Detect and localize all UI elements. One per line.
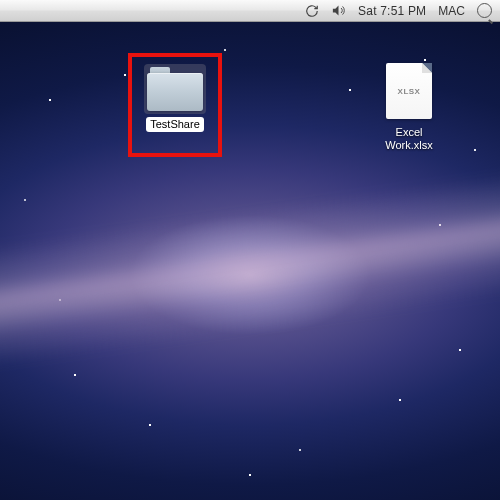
desktop-file-excel[interactable]: XLSX Excel Work.xlsx — [371, 60, 447, 153]
sync-icon[interactable] — [305, 4, 319, 18]
menu-user[interactable]: MAC — [438, 4, 465, 18]
menubar: Sat 7:51 PM MAC — [0, 0, 500, 22]
file-icon: XLSX — [383, 60, 435, 122]
volume-icon[interactable] — [331, 3, 346, 18]
desktop-icon-label: Excel Work.xlsx — [371, 125, 447, 153]
menu-clock[interactable]: Sat 7:51 PM — [358, 4, 426, 18]
spotlight-icon[interactable] — [477, 3, 492, 18]
desktop-folder-testshare[interactable]: TestShare — [137, 64, 213, 132]
desktop-icon-label: TestShare — [146, 117, 204, 132]
desktop[interactable]: Sat 7:51 PM MAC TestShare XLSX Excel Wor… — [0, 0, 500, 500]
folder-icon — [144, 64, 206, 114]
